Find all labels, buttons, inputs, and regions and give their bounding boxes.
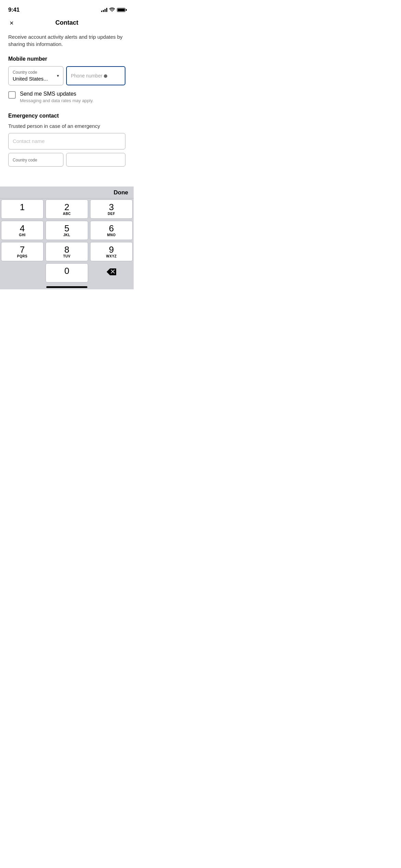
- key-empty: [1, 263, 44, 282]
- status-bar: 9:41: [0, 0, 134, 15]
- country-code-label: Country code: [13, 70, 59, 75]
- emergency-phone-field[interactable]: [66, 153, 125, 167]
- page-title: Contact: [56, 19, 78, 26]
- key-3[interactable]: 3 DEF: [90, 200, 133, 219]
- emergency-description: Trusted person in case of an emergency: [8, 123, 125, 129]
- mobile-number-section: Mobile number Country code United States…: [8, 56, 125, 85]
- contact-name-placeholder: Contact name: [13, 138, 45, 144]
- phone-placeholder-text: Phone number: [71, 73, 121, 79]
- emergency-country-code-dropdown[interactable]: Country code: [8, 153, 63, 167]
- sms-sublabel: Messaging and data rates may apply.: [20, 98, 94, 103]
- contact-name-field[interactable]: Contact name: [8, 133, 125, 149]
- phone-number-input[interactable]: Phone number: [66, 66, 125, 85]
- emergency-country-label: Country code: [13, 158, 37, 162]
- key-7[interactable]: 7 PQRS: [1, 242, 44, 261]
- country-code-dropdown[interactable]: Country code United States... ▾: [8, 66, 63, 85]
- sms-row: Send me SMS updates Messaging and data r…: [8, 91, 125, 103]
- header: × Contact: [0, 15, 134, 31]
- key-6[interactable]: 6 MNO: [90, 221, 133, 240]
- signal-icon: [101, 8, 107, 12]
- country-code-value: United States...: [13, 76, 59, 82]
- status-icons: [101, 8, 125, 13]
- content-area: Receive account activity alerts and trip…: [0, 31, 134, 167]
- key-5[interactable]: 5 JKL: [46, 221, 88, 240]
- emergency-contact-section: Emergency contact Trusted person in case…: [8, 113, 125, 167]
- key-0[interactable]: 0: [46, 263, 88, 282]
- cursor-indicator: [104, 74, 107, 78]
- key-8[interactable]: 8 TUV: [46, 242, 88, 261]
- keyboard-toolbar: Done: [0, 186, 134, 198]
- battery-icon: [117, 8, 125, 12]
- key-4[interactable]: 4 GHI: [1, 221, 44, 240]
- done-button[interactable]: Done: [114, 189, 129, 196]
- close-button[interactable]: ×: [8, 18, 15, 28]
- mobile-section-label: Mobile number: [8, 56, 125, 62]
- backspace-button[interactable]: [90, 263, 133, 282]
- key-1[interactable]: 1: [1, 200, 44, 219]
- key-9[interactable]: 9 WXYZ: [90, 242, 133, 261]
- backspace-icon: [107, 268, 116, 277]
- sms-checkbox[interactable]: [8, 91, 16, 99]
- keyboard-grid: 1 2 ABC 3 DEF 4 GHI 5 JKL 6 MNO 7 PQRS: [0, 198, 134, 284]
- dropdown-arrow-icon: ▾: [57, 73, 59, 78]
- emergency-number-row: Country code: [8, 153, 125, 167]
- sms-label: Send me SMS updates: [20, 91, 94, 97]
- emergency-section-label: Emergency contact: [8, 113, 125, 119]
- subtitle-text: Receive account activity alerts and trip…: [8, 33, 125, 48]
- status-time: 9:41: [8, 7, 20, 13]
- wifi-icon: [109, 8, 115, 13]
- home-indicator: [0, 284, 134, 289]
- key-2[interactable]: 2 ABC: [46, 200, 88, 219]
- keyboard-overlay: Done 1 2 ABC 3 DEF 4 GHI 5 JKL 6 MNO: [0, 186, 134, 289]
- mobile-number-row: Country code United States... ▾ Phone nu…: [8, 66, 125, 85]
- sms-text-block: Send me SMS updates Messaging and data r…: [20, 91, 94, 103]
- home-bar: [46, 286, 87, 288]
